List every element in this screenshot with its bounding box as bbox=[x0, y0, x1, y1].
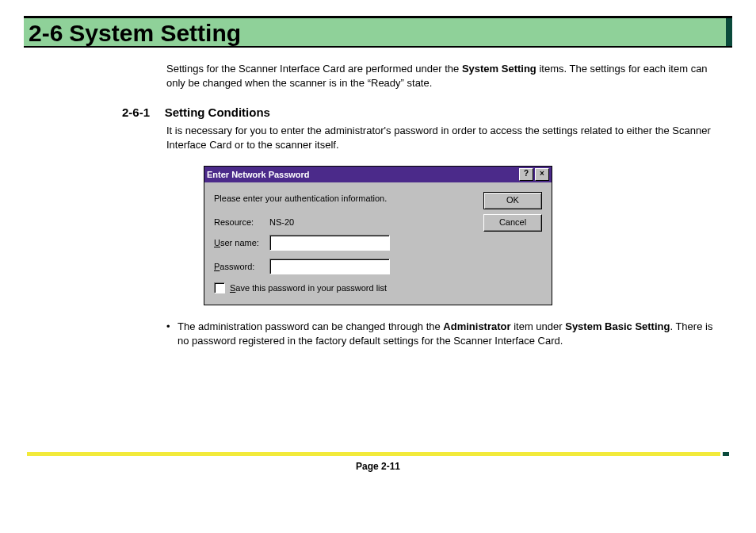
subsection-header: 2-6-1 Setting Conditions bbox=[122, 105, 732, 119]
bullet-text: The administration password can be chang… bbox=[178, 320, 716, 348]
page-number: Page 2-11 bbox=[356, 461, 400, 472]
subsection-text: It is necessary for you to enter the adm… bbox=[166, 124, 716, 151]
dialog-title: Enter Network Password bbox=[207, 170, 517, 179]
ok-button[interactable]: OK bbox=[483, 192, 542, 209]
save-password-checkbox[interactable] bbox=[214, 282, 225, 293]
password-label: Password: bbox=[214, 262, 269, 271]
note-bullet: • The administration password can be cha… bbox=[166, 320, 716, 348]
resource-value: NS-20 bbox=[269, 217, 294, 227]
page-footer: Page 2-11 bbox=[24, 452, 732, 472]
password-input[interactable] bbox=[269, 259, 390, 274]
username-input[interactable] bbox=[269, 235, 390, 251]
subsection-number: 2-6-1 bbox=[122, 105, 162, 119]
page-title: 2-6System Setting bbox=[24, 20, 732, 46]
help-icon[interactable]: ? bbox=[519, 168, 533, 181]
intro-text-a: Settings for the Scanner Interface Card … bbox=[166, 63, 462, 75]
section-number: 2-6 bbox=[29, 20, 63, 46]
username-label: User name: bbox=[214, 238, 269, 247]
section-header: 2-6System Setting bbox=[24, 16, 732, 48]
subsection-title: Setting Conditions bbox=[165, 105, 270, 119]
intro-paragraph: Settings for the Scanner Interface Card … bbox=[166, 62, 716, 90]
resource-label: Resource: bbox=[214, 217, 269, 227]
cancel-button[interactable]: Cancel bbox=[483, 214, 542, 232]
save-password-label: Save this password in your password list bbox=[230, 283, 387, 293]
intro-bold-a: System Setting bbox=[462, 63, 536, 75]
dialog-titlebar: Enter Network Password ? × bbox=[204, 167, 552, 182]
password-dialog: Enter Network Password ? × Please enter … bbox=[204, 166, 552, 305]
close-icon[interactable]: × bbox=[535, 168, 549, 181]
bullet-icon: • bbox=[166, 320, 178, 348]
section-title: System Setting bbox=[69, 20, 241, 46]
